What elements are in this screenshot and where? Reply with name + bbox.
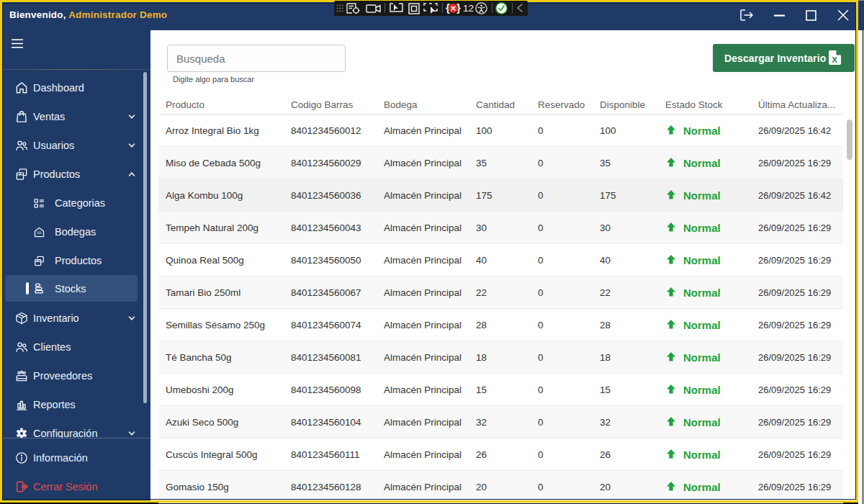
svg-text:X: X <box>832 55 837 64</box>
